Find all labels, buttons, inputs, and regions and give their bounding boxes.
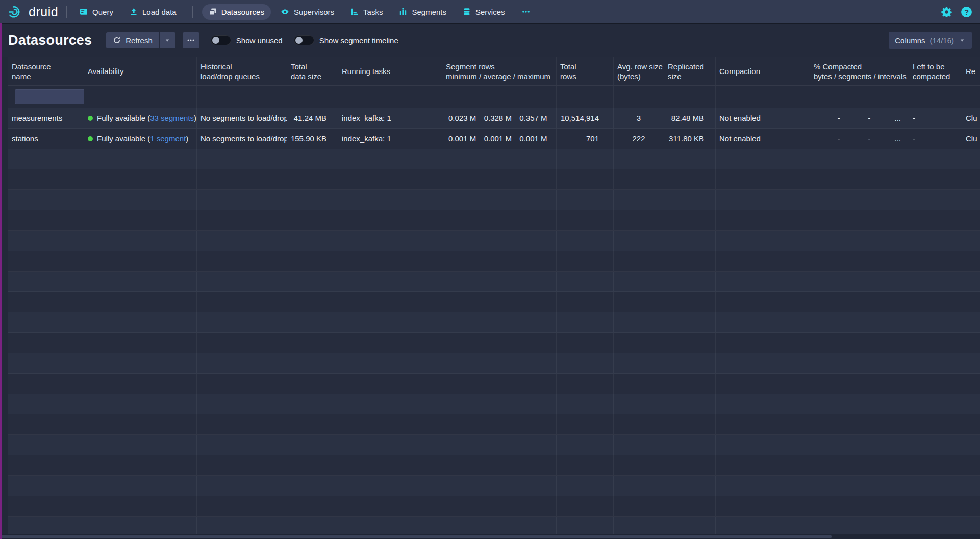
segments-link[interactable]: 33 segments (150, 114, 194, 122)
help-icon[interactable] (961, 7, 972, 17)
empty-cell (614, 292, 664, 312)
nav-tab-datasources[interactable]: Datasources (202, 4, 271, 20)
column-header-replicated_size[interactable]: Replicatedsize (664, 57, 716, 85)
druid-logo[interactable]: druid (8, 5, 58, 19)
columns-button[interactable]: Columns (14/16) (889, 32, 972, 49)
nav-tab-services[interactable]: Services (456, 4, 512, 20)
empty-cell (716, 272, 810, 291)
column-header-retention[interactable]: Re (962, 57, 980, 85)
empty-cell (287, 496, 338, 516)
table-row-measurements[interactable]: measurementsFully available (33 segments… (8, 108, 980, 129)
segment_rows-value: 0.357 M (517, 114, 552, 122)
empty-cell (664, 251, 716, 271)
nav-tab-label: Load data (142, 8, 177, 16)
nav-tab-supervisors[interactable]: Supervisors (274, 4, 341, 20)
nav-tab-tasks[interactable]: Tasks (344, 4, 389, 20)
empty-cell (338, 414, 442, 434)
nav-tab-more[interactable] (515, 4, 537, 19)
empty-cell (442, 374, 557, 394)
nav-tab-label: Supervisors (294, 8, 334, 16)
empty-cell (197, 414, 287, 434)
empty-cell (664, 435, 716, 455)
column-header-label: Segment rows (446, 62, 552, 71)
empty-cell (84, 476, 197, 496)
column-header-compaction[interactable]: Compaction (716, 57, 810, 85)
empty-cell (664, 169, 716, 189)
column-header-left_to_compact[interactable]: Left to becompacted (909, 57, 962, 85)
empty-cell (962, 272, 980, 291)
empty-cell (557, 149, 614, 169)
nav-tab-segments[interactable]: Segments (392, 4, 453, 20)
empty-cell (614, 210, 664, 230)
availability-text: ) (194, 114, 196, 122)
empty-cell (557, 414, 614, 434)
refresh-dropdown-button[interactable] (159, 32, 175, 48)
empty-cell (716, 190, 810, 210)
segments-link[interactable]: 1 segment (150, 134, 186, 143)
name-filter-input[interactable] (15, 89, 84, 104)
empty-cell (664, 292, 716, 312)
toggle-show-unused[interactable]: Show unused (211, 35, 283, 45)
empty-cell (716, 353, 810, 373)
empty-cell (442, 231, 557, 251)
column-header-pct_compacted[interactable]: % Compactedbytes / segments / intervals (810, 57, 909, 85)
empty-cell (664, 476, 716, 496)
toggle-knob (295, 37, 303, 44)
empty-cell (442, 169, 557, 189)
toggle-switch[interactable] (211, 35, 231, 45)
toggle-show-segment-timeline[interactable]: Show segment timeline (294, 35, 398, 45)
refresh-split-button: Refresh (106, 32, 175, 48)
empty-cell (8, 414, 84, 434)
more-actions-button[interactable] (183, 32, 199, 48)
segment_rows-value: 0.328 M (482, 114, 517, 122)
empty-cell (197, 251, 287, 271)
empty-cell (8, 353, 84, 373)
column-header-queues[interactable]: Historicalload/drop queues (197, 57, 287, 85)
empty-cell (962, 517, 980, 536)
toggle-label: Show unused (236, 36, 283, 45)
empty-cell (962, 169, 980, 189)
column-header-label: Total (560, 62, 610, 71)
column-header-total_rows[interactable]: Totalrows (557, 57, 614, 85)
column-header-segment_rows[interactable]: Segment rowsminimum / average / maximum (442, 57, 557, 85)
column-header-running_tasks[interactable]: Running tasks (338, 57, 442, 85)
more-icon (187, 36, 195, 44)
cell-retention: Clu (962, 108, 980, 128)
empty-cell (442, 333, 557, 353)
empty-cell (810, 149, 909, 169)
empty-cell (8, 312, 84, 332)
empty-cell (614, 231, 664, 251)
pct_compacted-values: --... (814, 114, 905, 122)
column-header-avg_row_size[interactable]: Avg. row size(bytes) (614, 57, 664, 85)
empty-cell (8, 333, 84, 353)
column-header-label: Compaction (719, 66, 806, 76)
empty-cell (962, 333, 980, 353)
horizontal-scrollbar-thumb[interactable] (0, 535, 832, 538)
column-header-name[interactable]: Datasourcename (8, 57, 84, 85)
column-header-total_data_size[interactable]: Totaldata size (287, 57, 338, 85)
empty-cell (810, 292, 909, 312)
column-header-availability[interactable]: Availability (84, 57, 197, 85)
empty-cell (338, 374, 442, 394)
filter-cell-running_tasks (338, 86, 442, 108)
empty-cell (8, 435, 84, 455)
nav-tab-load-data[interactable]: Load data (123, 4, 183, 20)
gear-icon[interactable] (941, 7, 952, 17)
segment_rows-value: 0.001 M (517, 134, 552, 143)
status-dot (88, 136, 93, 141)
toggles: Show unusedShow segment timeline (199, 35, 398, 45)
empty-row (8, 414, 980, 435)
empty-cell (716, 333, 810, 353)
druid-wordmark: druid (29, 5, 58, 19)
empty-cell (909, 353, 962, 373)
empty-cell (962, 190, 980, 210)
empty-cell (962, 435, 980, 455)
empty-cell (8, 476, 84, 496)
nav-tab-query[interactable]: Query (73, 4, 120, 20)
refresh-button[interactable]: Refresh (106, 32, 159, 48)
toggle-switch[interactable] (294, 35, 314, 45)
empty-cell (810, 394, 909, 414)
table-row-stations[interactable]: stationsFully available (1 segment)No se… (8, 129, 980, 149)
empty-cell (197, 231, 287, 251)
empty-cell (614, 149, 664, 169)
